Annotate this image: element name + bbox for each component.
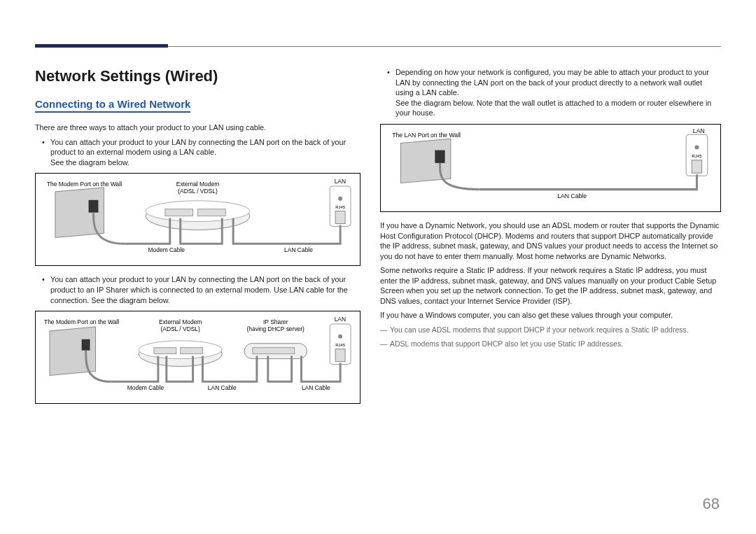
- svg-rect-19: [335, 349, 345, 362]
- label-external-modem-2: External Modem: [159, 318, 202, 325]
- svg-point-7: [338, 197, 342, 201]
- right-p1: If you have a Dynamic Network, you shoul…: [380, 220, 721, 261]
- label-lan-1: LAN: [335, 178, 346, 185]
- svg-rect-8: [335, 211, 345, 224]
- svg-rect-10: [82, 339, 90, 351]
- right-bullet-text: Depending on how your network is configu…: [396, 68, 709, 97]
- label-external-modem: External Modem: [176, 181, 219, 188]
- label-lan-2: LAN: [335, 316, 346, 323]
- see-below-1: See the diagram below.: [50, 158, 130, 167]
- svg-rect-24: [692, 160, 701, 173]
- svg-point-23: [694, 145, 699, 149]
- right-see: See the diagram below. Note that the wal…: [396, 99, 711, 118]
- diagram-1: The Modem Port on the Wall External Mode…: [35, 173, 360, 266]
- label-rj45-1: RJ45: [335, 205, 346, 209]
- left-column: Network Settings (Wired) Connecting to a…: [35, 67, 360, 412]
- note-2-text: ADSL modems that support DHCP also let y…: [390, 339, 623, 348]
- svg-rect-14: [181, 348, 203, 354]
- note-1: You can use ADSL modems that support DHC…: [380, 325, 721, 335]
- note-1-text: You can use ADSL modems that support DHC…: [390, 325, 689, 334]
- right-bullet: Depending on how your network is configu…: [396, 67, 721, 118]
- short-accent-rule: [35, 44, 168, 48]
- diagram-3: The LAN Port on the Wall LAN RJ45 LAN Ca…: [380, 124, 721, 212]
- svg-rect-13: [154, 348, 176, 354]
- label-lan-cable-1: LAN Cable: [284, 247, 313, 254]
- label-dhcp: (having DHCP server): [247, 325, 305, 332]
- svg-rect-21: [435, 150, 444, 162]
- label-adsl-vdsl: (ADSL / VDSL): [178, 188, 218, 195]
- label-adsl-vdsl-2: (ADSL / VDSL): [160, 325, 200, 332]
- intro-text: There are three ways to attach your prod…: [35, 122, 360, 133]
- page-title: Network Settings (Wired): [35, 67, 360, 85]
- svg-rect-16: [253, 348, 295, 354]
- svg-rect-4: [165, 209, 193, 216]
- bullet-1: You can attach your product to your LAN …: [50, 137, 360, 168]
- label-modem-cable-2: Modem Cable: [127, 384, 164, 391]
- label-modem-port-wall-2: The Modem Port on the Wall: [44, 318, 119, 325]
- label-lan-cable-2b: LAN Cable: [302, 384, 330, 391]
- right-column: Depending on how your network is configu…: [380, 67, 721, 412]
- bullet-2: You can attach your product to your LAN …: [50, 274, 360, 305]
- bullet-2-text: You can attach your product to your LAN …: [50, 275, 348, 304]
- svg-rect-1: [89, 200, 99, 213]
- right-p2: Some networks require a Static IP addres…: [380, 265, 721, 306]
- header-rule: [35, 46, 721, 47]
- label-lan-cable-2a: LAN Cable: [208, 384, 237, 391]
- label-rj45-2: RJ45: [335, 343, 346, 347]
- note-2: ADSL modems that support DHCP also let y…: [380, 339, 721, 349]
- diagram-2: The Modem Port on the Wall External Mode…: [35, 311, 360, 404]
- svg-rect-5: [198, 209, 226, 216]
- label-lan-port-wall: The LAN Port on the Wall: [392, 132, 461, 139]
- label-rj45-3: RJ45: [692, 153, 702, 158]
- label-modem-cable-1: Modem Cable: [148, 247, 186, 254]
- svg-point-18: [338, 335, 342, 339]
- label-lan-cable-3: LAN Cable: [557, 192, 587, 199]
- right-p3: If you have a Windows computer, you can …: [380, 310, 721, 321]
- bullet-1-text: You can attach your product to your LAN …: [50, 138, 346, 157]
- section-subtitle: Connecting to a Wired Network: [35, 98, 190, 113]
- label-modem-port-wall: The Modem Port on the Wall: [47, 181, 122, 188]
- page-number: 68: [703, 495, 720, 513]
- label-lan-3: LAN: [693, 129, 705, 134]
- label-ip-sharer: IP Sharer: [263, 318, 288, 325]
